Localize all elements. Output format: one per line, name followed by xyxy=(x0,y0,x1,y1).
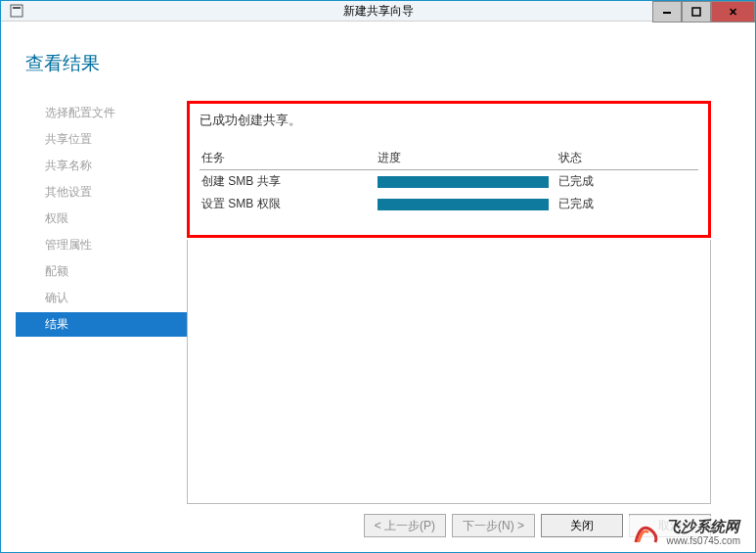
sidebar-item-quota: 配额 xyxy=(35,259,187,284)
status-cell: 已完成 xyxy=(556,170,698,194)
sidebar-item-mgmt: 管理属性 xyxy=(35,233,187,257)
col-progress-header: 进度 xyxy=(376,147,556,170)
table-row: 设置 SMB 权限 已完成 xyxy=(200,193,698,215)
minimize-button[interactable] xyxy=(652,1,682,23)
sidebar-item-location: 共享位置 xyxy=(35,127,187,152)
success-message: 已成功创建共享。 xyxy=(200,112,698,129)
result-box-border xyxy=(187,240,711,504)
task-cell: 创建 SMB 共享 xyxy=(200,170,376,194)
sidebar-item-confirm: 确认 xyxy=(35,286,187,310)
highlight-box: 已成功创建共享。 任务 进度 状态 创建 SMB 共享 已完成 xyxy=(187,101,711,238)
table-header: 任务 进度 状态 xyxy=(200,147,698,170)
close-wizard-button[interactable]: 关闭 xyxy=(541,514,623,537)
prev-button: < 上一步(P) xyxy=(364,514,446,537)
wizard-window: 新建共享向导 ✕ 查看结果 选择配置文件 共享位置 共享名称 其他设置 权限 管… xyxy=(0,0,756,553)
body: 选择配置文件 共享位置 共享名称 其他设置 权限 管理属性 配额 确认 结果 已… xyxy=(16,101,740,504)
watermark-logo-icon xyxy=(631,518,660,547)
main-panel: 已成功创建共享。 任务 进度 状态 创建 SMB 共享 已完成 xyxy=(187,101,740,504)
sidebar-item-name: 共享名称 xyxy=(35,154,187,178)
close-button[interactable]: ✕ xyxy=(711,1,755,23)
svg-rect-0 xyxy=(11,5,22,17)
watermark-text: 飞沙系统网 www.fs0745.com xyxy=(666,519,740,546)
watermark-title: 飞沙系统网 xyxy=(666,519,740,535)
result-table: 任务 进度 状态 创建 SMB 共享 已完成 设置 SMB 权限 已 xyxy=(200,147,698,215)
maximize-button[interactable] xyxy=(682,1,711,23)
svg-rect-1 xyxy=(13,7,21,9)
sidebar-item-permissions: 权限 xyxy=(35,207,187,231)
progress-bar xyxy=(378,176,549,188)
window-controls: ✕ xyxy=(652,1,755,23)
task-cell: 设置 SMB 权限 xyxy=(200,193,376,215)
table-row: 创建 SMB 共享 已完成 xyxy=(200,170,698,194)
titlebar: 新建共享向导 ✕ xyxy=(1,1,755,22)
watermark: 飞沙系统网 www.fs0745.com xyxy=(627,516,744,549)
progress-bar xyxy=(378,199,549,210)
sidebar-item-other: 其他设置 xyxy=(35,180,187,205)
window-title: 新建共享向导 xyxy=(343,3,414,20)
svg-rect-3 xyxy=(692,8,700,16)
app-icon xyxy=(7,1,26,21)
content: 查看结果 选择配置文件 共享位置 共享名称 其他设置 权限 管理属性 配额 确认… xyxy=(1,22,755,552)
sidebar: 选择配置文件 共享位置 共享名称 其他设置 权限 管理属性 配额 确认 结果 xyxy=(16,101,187,504)
col-status-header: 状态 xyxy=(556,147,698,170)
progress-cell xyxy=(376,170,556,194)
sidebar-item-profile: 选择配置文件 xyxy=(35,101,187,125)
watermark-url: www.fs0745.com xyxy=(666,535,740,546)
page-title: 查看结果 xyxy=(25,51,740,76)
status-cell: 已完成 xyxy=(556,193,698,215)
col-task-header: 任务 xyxy=(200,147,376,170)
next-button: 下一步(N) > xyxy=(452,514,535,537)
svg-rect-2 xyxy=(663,12,671,14)
sidebar-item-results[interactable]: 结果 xyxy=(16,312,187,337)
progress-cell xyxy=(376,193,556,215)
